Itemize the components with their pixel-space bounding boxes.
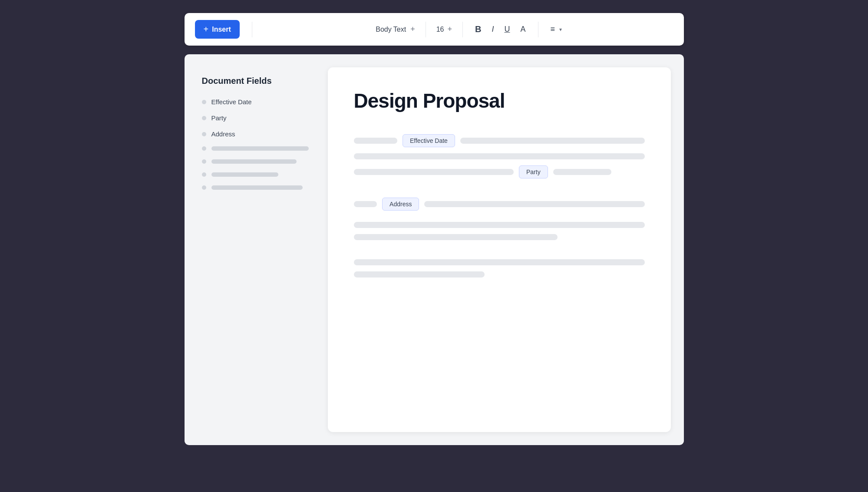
field-dot-placeholder-3	[202, 172, 206, 177]
field-dot-address	[202, 132, 206, 136]
doc-line-before-effective-date	[354, 138, 398, 144]
body-text-label: Body Text	[376, 26, 406, 33]
doc-line-3	[354, 234, 558, 240]
color-button[interactable]: A	[519, 23, 528, 36]
font-size-plus-icon[interactable]: +	[448, 25, 452, 34]
sidebar: Document Fields Effective Date Party Add…	[198, 67, 328, 432]
sidebar-field-label-effective-date[interactable]: Effective Date	[211, 98, 252, 106]
effective-date-pill[interactable]: Effective Date	[403, 134, 455, 147]
sidebar-field-effective-date: Effective Date	[202, 98, 323, 106]
field-dot-placeholder-4	[202, 185, 206, 190]
doc-row-effective-date: Effective Date	[354, 134, 645, 147]
field-placeholder-bar-4	[211, 185, 303, 190]
align-button[interactable]: ≡	[549, 23, 557, 36]
doc-line-after-party	[553, 169, 611, 175]
doc-line-before-party	[354, 169, 514, 175]
field-dot-placeholder-2	[202, 159, 206, 164]
toolbar-divider-2	[426, 22, 426, 37]
field-dot-effective-date	[202, 100, 206, 104]
sidebar-field-label-address[interactable]: Address	[211, 130, 235, 138]
doc-line-before-address	[354, 201, 377, 207]
toolbar: + Insert Body Text + 16 + B I U A ≡ ▾	[185, 13, 684, 46]
field-placeholder-bar-3	[211, 172, 278, 177]
doc-line-4	[354, 259, 645, 265]
doc-line-2	[354, 222, 645, 228]
body-text-group: Body Text +	[376, 25, 415, 34]
font-size-value: 16	[436, 26, 444, 33]
doc-row-address: Address	[354, 198, 645, 211]
plus-icon: +	[204, 24, 209, 34]
sidebar-field-placeholder-2	[202, 159, 323, 164]
section-gap-2	[354, 246, 645, 259]
doc-line-1	[354, 153, 645, 159]
field-placeholder-bar-1	[211, 146, 309, 151]
address-pill[interactable]: Address	[382, 198, 419, 211]
small-gap-1	[354, 217, 645, 222]
toolbar-divider-4	[538, 22, 538, 37]
sidebar-field-label-party[interactable]: Party	[211, 114, 227, 122]
sidebar-field-party: Party	[202, 114, 323, 122]
field-dot-party	[202, 116, 206, 120]
document-area: Design Proposal Effective Date Party Add…	[328, 67, 671, 432]
bold-button[interactable]: B	[473, 23, 483, 36]
sidebar-title: Document Fields	[202, 76, 323, 86]
doc-row-party: Party	[354, 165, 645, 178]
toolbar-divider-3	[462, 22, 463, 37]
doc-line-5	[354, 271, 485, 277]
field-dot-placeholder-1	[202, 146, 206, 151]
font-size-group: 16 +	[436, 25, 452, 34]
align-group: ≡ ▾	[549, 23, 562, 36]
doc-line-after-address	[424, 201, 644, 207]
field-placeholder-bar-2	[211, 159, 297, 164]
document-title: Design Proposal	[354, 89, 645, 112]
format-group: B I U A	[473, 23, 527, 36]
insert-label: Insert	[212, 26, 231, 33]
body-text-plus-icon[interactable]: +	[410, 25, 415, 34]
toolbar-divider-1	[252, 22, 252, 37]
sidebar-field-placeholder-3	[202, 172, 323, 177]
align-chevron-icon: ▾	[559, 26, 562, 33]
italic-button[interactable]: I	[490, 23, 495, 36]
insert-button[interactable]: + Insert	[195, 20, 240, 39]
main-container: Document Fields Effective Date Party Add…	[185, 54, 684, 445]
toolbar-center: Body Text + 16 + B I U A ≡ ▾	[264, 22, 673, 37]
party-pill[interactable]: Party	[519, 165, 548, 178]
doc-line-after-effective-date	[460, 138, 645, 144]
sidebar-field-placeholder-1	[202, 146, 323, 151]
underline-button[interactable]: U	[503, 23, 512, 36]
sidebar-field-address: Address	[202, 130, 323, 138]
sidebar-field-placeholder-4	[202, 185, 323, 190]
section-gap-1	[354, 185, 645, 198]
